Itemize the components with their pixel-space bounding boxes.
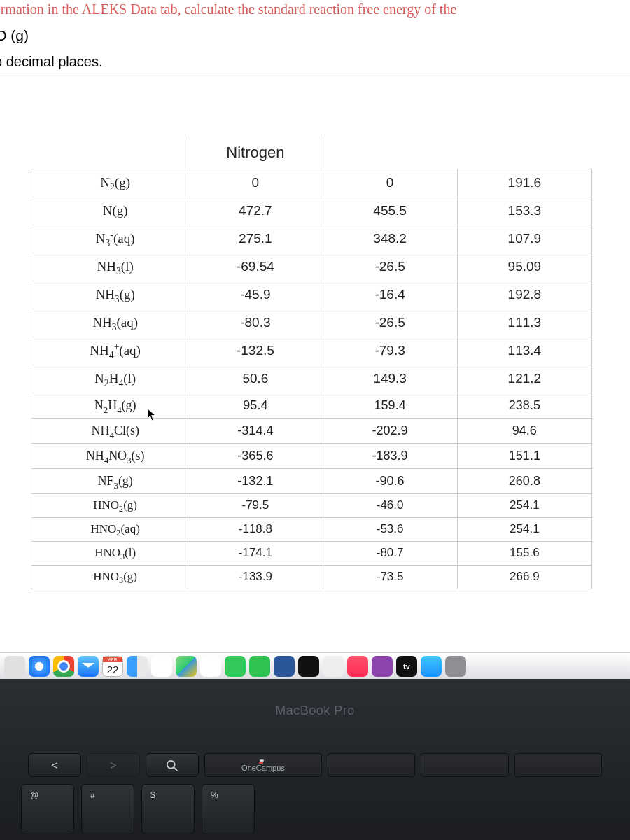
value-col2: 95.4: [188, 393, 323, 418]
podcasts-icon[interactable]: [372, 656, 393, 677]
table-row: NH4+(aq)-132.5-79.3113.4: [31, 337, 592, 365]
reminders-icon[interactable]: [151, 656, 172, 677]
value-col2: -69.54: [188, 253, 323, 281]
table-row: N2(g)00191.6: [31, 169, 592, 197]
touch-bar: < > OneCampus: [0, 753, 630, 777]
touchbar-app-label: OneCampus: [241, 764, 285, 772]
value-col2: 472.7: [188, 197, 323, 225]
question-text-line3: o decimal places.: [0, 54, 630, 73]
calendar-day: 22: [107, 664, 119, 676]
keyboard-row: @ # $ %: [0, 784, 630, 834]
value-col3: -26.5: [323, 309, 457, 337]
value-col4: 238.5: [457, 393, 592, 418]
value-col3: 0: [323, 169, 457, 197]
dock-icon-generic[interactable]: [4, 656, 25, 677]
section-header: Nitrogen: [188, 136, 323, 169]
species-formula: NH3(g): [31, 281, 188, 309]
system-prefs-icon[interactable]: [445, 656, 466, 677]
value-col3: -46.0: [323, 493, 457, 517]
maps-icon[interactable]: [176, 656, 197, 677]
table-row: HNO3(l)-174.1-80.7155.6: [31, 541, 592, 565]
usb-device-icon[interactable]: [323, 656, 344, 677]
word-icon[interactable]: [274, 656, 295, 677]
stocks-icon[interactable]: [298, 656, 319, 677]
value-col4: 192.8: [457, 281, 592, 309]
value-col4: 191.6: [457, 169, 592, 197]
species-formula: NH3(aq): [31, 309, 188, 337]
formula-no-g: NO (g): [0, 27, 29, 43]
species-formula: N(g): [31, 197, 188, 225]
value-col3: 348.2: [323, 225, 457, 253]
finder-icon[interactable]: [127, 656, 148, 677]
question-text-line1: nformation in the ALEKS Data tab, calcul…: [0, 0, 630, 27]
svg-line-1: [174, 768, 178, 771]
species-formula: N2H4(g): [31, 393, 188, 418]
table-section-row: Nitrogen: [31, 136, 592, 169]
species-formula: NH4Cl(s): [31, 418, 188, 443]
table-row: NF3(g)-132.1-90.6260.8: [31, 468, 592, 493]
species-formula: HNO2(g): [31, 493, 188, 517]
key-at[interactable]: @: [21, 784, 74, 834]
appstore-icon[interactable]: [421, 656, 442, 677]
value-col4: 94.6: [457, 418, 592, 443]
key-dollar[interactable]: $: [141, 784, 195, 834]
table-row: NH4NO3(s)-365.6-183.9151.1: [31, 443, 592, 468]
table-row: HNO2(aq)-118.8-53.6254.1: [31, 517, 592, 541]
safari-icon[interactable]: [29, 656, 50, 677]
table-row: NH4Cl(s)-314.4-202.994.6: [31, 418, 592, 443]
touchbar-segment[interactable]: [328, 753, 415, 777]
species-formula: NF3(g): [31, 468, 188, 493]
value-col2: -45.9: [188, 281, 323, 309]
value-col4: 151.1: [457, 443, 592, 468]
question-header: nformation in the ALEKS Data tab, calcul…: [0, 0, 630, 79]
key-percent[interactable]: %: [202, 784, 255, 834]
touchbar-segment[interactable]: [514, 753, 602, 777]
species-formula: N2(g): [31, 169, 188, 197]
touchbar-app-button[interactable]: OneCampus: [204, 753, 322, 777]
value-col4: 153.3: [457, 197, 592, 225]
value-col2: -174.1: [188, 541, 323, 565]
value-col2: -80.3: [188, 309, 323, 337]
search-key[interactable]: [146, 753, 199, 777]
value-col3: -53.6: [323, 517, 457, 541]
species-formula: NH3(l): [31, 253, 188, 281]
appletv-icon[interactable]: tv: [396, 656, 417, 677]
value-col2: 275.1: [188, 225, 323, 253]
escape-key[interactable]: <: [28, 753, 81, 777]
photos-icon[interactable]: [200, 656, 221, 677]
value-col4: 95.09: [457, 253, 592, 281]
table-row: HNO3(g)-133.9-73.5266.9: [31, 565, 592, 589]
species-formula: HNO2(aq): [31, 517, 188, 541]
value-col3: -79.3: [323, 337, 457, 365]
key-hash[interactable]: #: [81, 784, 134, 834]
table-row: HNO2(g)-79.5-46.0254.1: [31, 493, 592, 517]
table-row: NH3(g)-45.9-16.4192.8: [31, 281, 592, 309]
value-col2: -133.9: [188, 565, 323, 589]
calendar-icon[interactable]: 22: [102, 656, 123, 677]
value-col3: -16.4: [323, 281, 457, 309]
value-col4: 107.9: [457, 225, 592, 253]
chrome-icon[interactable]: [53, 656, 74, 677]
fwd-key[interactable]: >: [87, 753, 140, 777]
divider: [0, 73, 630, 74]
touchbar-segment[interactable]: [421, 753, 508, 777]
facetime-icon[interactable]: [249, 656, 270, 677]
species-formula: N2H4(l): [31, 365, 188, 393]
music-icon[interactable]: [347, 656, 368, 677]
value-col3: -26.5: [323, 253, 457, 281]
laptop-screen: nformation in the ALEKS Data tab, calcul…: [0, 0, 630, 679]
value-col3: 455.5: [323, 197, 457, 225]
messages-icon[interactable]: [225, 656, 246, 677]
value-col2: -365.6: [188, 443, 323, 468]
value-col4: 155.6: [457, 541, 592, 565]
brand-label: MacBook Pro: [0, 704, 630, 718]
species-formula: HNO3(l): [31, 541, 188, 565]
table-row: N2H4(l)50.6149.3121.2: [31, 365, 592, 393]
value-col3: -202.9: [323, 418, 457, 443]
table-row: N(g)472.7455.5153.3: [31, 197, 592, 225]
value-col2: -79.5: [188, 493, 323, 517]
blank-header: [323, 136, 457, 169]
value-col3: -90.6: [323, 468, 457, 493]
species-formula: N3-(aq): [31, 225, 188, 253]
mail-icon[interactable]: [78, 656, 99, 677]
